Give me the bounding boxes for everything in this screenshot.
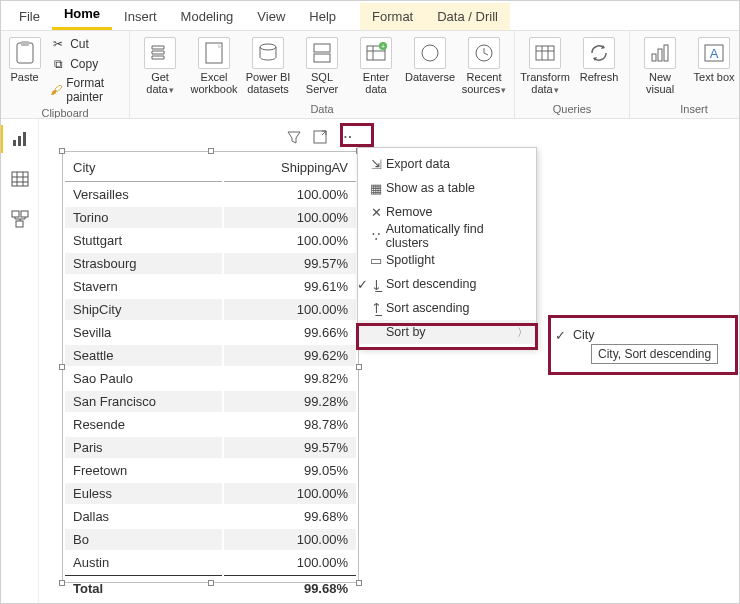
menu-sort-ascending[interactable]: ↑̲Sort ascending: [358, 296, 536, 320]
tab-home[interactable]: Home: [52, 0, 112, 30]
resize-handle[interactable]: [356, 364, 362, 370]
svg-rect-4: [314, 44, 330, 52]
visual-header: ···: [62, 127, 359, 147]
resize-handle[interactable]: [356, 580, 362, 586]
resize-handle[interactable]: [59, 148, 65, 154]
enter-data-button[interactable]: +Enter data: [352, 35, 400, 97]
tab-file[interactable]: File: [7, 3, 52, 30]
pbi-datasets-button[interactable]: Power BI datasets: [244, 35, 292, 97]
submenu-city[interactable]: ✓City: [551, 324, 735, 346]
refresh-button[interactable]: Refresh: [575, 35, 623, 85]
table-row[interactable]: Strasbourg99.57%: [65, 253, 356, 274]
sql-server-button[interactable]: SQL Server: [298, 35, 346, 97]
sort-desc-icon: ↓̲: [366, 277, 386, 292]
resize-handle[interactable]: [208, 148, 214, 154]
focus-mode-icon[interactable]: [311, 128, 329, 146]
table-row[interactable]: ShipCity100.00%: [65, 299, 356, 320]
enter-data-icon: +: [360, 37, 392, 69]
table-row[interactable]: Seattle99.62%: [65, 345, 356, 366]
copy-icon: ⧉: [50, 56, 66, 72]
tab-format[interactable]: Format: [360, 3, 425, 30]
refresh-icon: [583, 37, 615, 69]
table-row[interactable]: Stuttgart100.00%: [65, 230, 356, 251]
svg-rect-19: [23, 132, 26, 146]
table-row[interactable]: Austin100.00%: [65, 552, 356, 573]
resize-handle[interactable]: [59, 364, 65, 370]
excel-button[interactable]: Excel workbook: [190, 35, 238, 97]
svg-rect-21: [12, 211, 19, 217]
svg-point-9: [422, 45, 438, 61]
dataverse-button[interactable]: Dataverse: [406, 35, 454, 85]
svg-rect-18: [18, 136, 21, 146]
recent-sources-button[interactable]: Recent sources▾: [460, 35, 508, 98]
table-row[interactable]: Bo100.00%: [65, 529, 356, 550]
sort-asc-icon: ↑̲: [366, 301, 386, 316]
group-label-queries: Queries: [521, 101, 623, 116]
paste-button[interactable]: Paste: [7, 35, 42, 85]
menu-show-as-table[interactable]: ▦Show as a table: [358, 176, 536, 200]
cut-button[interactable]: ✂Cut: [48, 35, 123, 53]
tab-modeling[interactable]: Modeling: [169, 3, 246, 30]
text-box-button[interactable]: AText box: [690, 35, 738, 85]
transform-data-button[interactable]: Transform data▾: [521, 35, 569, 98]
table-row[interactable]: Paris99.57%: [65, 437, 356, 458]
table-row[interactable]: Dallas99.68%: [65, 506, 356, 527]
server-icon: [306, 37, 338, 69]
col-header-city[interactable]: City: [65, 154, 222, 182]
tab-view[interactable]: View: [245, 3, 297, 30]
chart-icon: [644, 37, 676, 69]
menu-find-clusters[interactable]: ∵Automatically find clusters: [358, 224, 536, 248]
sort-by-submenu: ✓City City, Sort descending: [551, 318, 735, 372]
data-view-icon[interactable]: [10, 169, 30, 189]
menu-spotlight[interactable]: ▭Spotlight: [358, 248, 536, 272]
table-visual[interactable]: City ShippingAV Versailles100.00%Torino1…: [62, 151, 359, 583]
database-icon: [252, 37, 284, 69]
spotlight-icon: ▭: [366, 253, 386, 268]
table-row[interactable]: Torino100.00%: [65, 207, 356, 228]
table-row[interactable]: Versailles100.00%: [65, 184, 356, 205]
excel-icon: [198, 37, 230, 69]
menu-sort-descending[interactable]: ✓↓̲Sort descending: [358, 272, 536, 296]
tab-help[interactable]: Help: [297, 3, 348, 30]
submenu-arrow-icon: 〉: [517, 325, 528, 340]
recent-icon: [468, 37, 500, 69]
transform-icon: [529, 37, 561, 69]
svg-rect-23: [16, 221, 23, 227]
menu-export-data[interactable]: ⇲Export data: [358, 152, 536, 176]
svg-text:A: A: [710, 46, 719, 61]
tab-data-drill[interactable]: Data / Drill: [425, 3, 510, 30]
group-label-data: Data: [136, 101, 508, 116]
svg-rect-17: [13, 140, 16, 146]
more-options-icon[interactable]: ···: [337, 128, 355, 146]
table-row[interactable]: Sevilla99.66%: [65, 322, 356, 343]
report-view-icon[interactable]: [10, 129, 30, 149]
copy-button[interactable]: ⧉Copy: [48, 55, 123, 73]
tab-insert[interactable]: Insert: [112, 3, 169, 30]
group-data: Get data▾ Excel workbook Power BI datase…: [130, 31, 515, 118]
brush-icon: 🖌: [50, 82, 62, 98]
check-icon: ✓: [356, 277, 368, 292]
table-row[interactable]: Freetown99.05%: [65, 460, 356, 481]
model-view-icon[interactable]: [10, 209, 30, 229]
format-painter-button[interactable]: 🖌Format painter: [48, 75, 123, 105]
resize-handle[interactable]: [59, 580, 65, 586]
menu-remove[interactable]: ✕Remove: [358, 200, 536, 224]
table-row[interactable]: Stavern99.61%: [65, 276, 356, 297]
table-row[interactable]: Euless100.00%: [65, 483, 356, 504]
data-table: City ShippingAV Versailles100.00%Torino1…: [63, 152, 358, 601]
clusters-icon: ∵: [366, 229, 386, 244]
table-row[interactable]: Sao Paulo99.82%: [65, 368, 356, 389]
paste-label: Paste: [11, 71, 39, 83]
table-icon: ▦: [366, 181, 386, 196]
table-row[interactable]: Resende98.78%: [65, 414, 356, 435]
get-data-icon: [144, 37, 176, 69]
tooltip: City, Sort descending: [591, 344, 718, 364]
resize-handle[interactable]: [208, 580, 214, 586]
table-row[interactable]: San Francisco99.28%: [65, 391, 356, 412]
new-visual-button[interactable]: New visual: [636, 35, 684, 97]
svg-rect-1: [21, 41, 29, 46]
filter-icon[interactable]: [285, 128, 303, 146]
col-header-shipping[interactable]: ShippingAV: [224, 154, 356, 182]
menu-sort-by[interactable]: Sort by〉: [358, 320, 536, 344]
get-data-button[interactable]: Get data▾: [136, 35, 184, 98]
